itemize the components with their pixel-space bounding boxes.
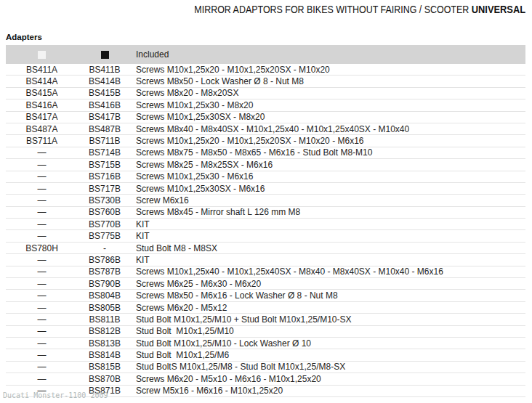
header-col-adapter-a — [6, 51, 78, 59]
adapter-b-cell: - — [78, 243, 132, 253]
included-cell: KIT — [132, 219, 525, 229]
included-cell: Screw M6x16 — [132, 195, 525, 205]
included-cell: KIT — [132, 255, 525, 265]
adapter-b-cell: BS416B — [78, 100, 132, 110]
included-cell: Screws M10x1,25x20 - M10x1,25x20SX - M10… — [132, 65, 525, 75]
adapter-b-cell: BS760B — [78, 207, 132, 217]
included-cell: Stud BoltS M10x1,25/M8 - Stud Bolt M10x1… — [132, 362, 525, 372]
adapter-b-cell: BS815B — [78, 362, 132, 372]
included-cell: Screws M8x50 - Lock Washer Ø 8 - Nut M8 — [132, 76, 525, 86]
adapter-a-cell: — — [6, 184, 78, 194]
included-cell: Screws M10x1,25x30 - M6x16 — [132, 171, 525, 182]
adapter-a-cell: BS415A — [6, 88, 78, 98]
adapter-a-cell: — — [6, 231, 78, 241]
adapter-a-cell: BS487A — [6, 124, 78, 134]
adapter-a-cell: — — [6, 362, 78, 372]
table-row: — BS716B Screws M10x1,25x30 - M6x16 — [6, 171, 525, 183]
adapter-b-cell: BS805B — [78, 303, 132, 313]
adapter-b-cell: BS870B — [78, 374, 132, 384]
table-row: BS780H - Stud Bolt M8 - M8SX — [6, 243, 525, 254]
adapter-b-cell: BS415B — [78, 88, 132, 98]
adapter-a-cell: — — [6, 350, 78, 360]
table-row: — BS870B Screws M6x20 - M5x10 - M6x16 - … — [6, 373, 525, 385]
adapter-b-cell: BS715B — [78, 160, 132, 170]
header-col-included: Included — [132, 49, 525, 60]
adapter-b-cell: BS770B — [78, 219, 132, 229]
adapter-a-cell: — — [6, 338, 78, 349]
adapter-a-cell: BS711A — [6, 136, 78, 146]
adapter-a-cell: — — [6, 266, 78, 277]
table-row: — BS775B KIT — [6, 230, 525, 242]
table-row: — BS804B Screws M8x50 - M6x16 - Lock Was… — [6, 290, 525, 301]
table-row: — BS813B Stud Bolt M10x1,25/M10 - Lock W… — [6, 338, 525, 349]
adapter-a-cell: BS417A — [6, 112, 78, 122]
table-row: BS487A BS487B Screws M8x40 - M8x40SX - M… — [6, 123, 525, 135]
adapter-a-cell: — — [6, 279, 78, 289]
adapter-b-cell: BS804B — [78, 290, 132, 301]
adapter-b-cell: BS730B — [78, 195, 132, 205]
adapter-b-cell: BS786B — [78, 255, 132, 265]
included-cell: Screws M8x50 - M6x16 - Lock Washer Ø 8 -… — [132, 290, 525, 301]
adapter-a-cell: — — [6, 290, 78, 301]
adapter-b-cell: BS716B — [78, 171, 132, 182]
included-cell: Screw M5x16 - M6x16 - M10x1,25x20 — [132, 386, 525, 396]
table-row: — BS815B Stud BoltS M10x1,25/M8 - Stud B… — [6, 362, 525, 373]
table-row: — BS730B Screw M6x16 — [6, 195, 525, 206]
table-row: — BS811B Stud Bolt M10x1,25/M10 + Stud B… — [6, 314, 525, 325]
included-cell: Screws M8x25 - M8x25SX - M6x16 — [132, 160, 525, 170]
adapter-b-cell: BS711B — [78, 136, 132, 146]
included-cell: Screws M10x1,25x40 - M10x1,25x40SX - M8x… — [132, 266, 525, 277]
table-row: BS411A BS411B Screws M10x1,25x20 - M10x1… — [6, 64, 525, 76]
included-cell: Stud Bolt M8 - M8SX — [132, 243, 525, 253]
table-row: — BS805B Screws M6x20 - M5x12 — [6, 302, 525, 314]
table-row: — BS717B Screws M10x1,25x30SX - M6x16 — [6, 183, 525, 195]
adapter-b-cell: BS417B — [78, 112, 132, 122]
adapter-b-cell: BS714B — [78, 147, 132, 158]
table-row: BS711A BS711B Screws M10x1,25x20 - M10x1… — [6, 135, 525, 147]
included-cell: Screws M8x40 - M8x40SX - M10x1,25x40 - M… — [132, 124, 525, 134]
black-square-icon — [101, 51, 109, 59]
included-cell: Screws M8x20 - M8x20SX — [132, 88, 525, 98]
adapter-b-cell: BS812B — [78, 326, 132, 336]
included-cell: Stud Bolt M10x1,25/M10 — [132, 326, 525, 336]
table-row: — BS814B Stud Bolt M10x1,25/M6 — [6, 349, 525, 361]
included-cell: Stud Bolt M10x1,25/M10 - Lock Washer Ø 1… — [132, 338, 525, 349]
adapter-a-cell: — — [6, 374, 78, 384]
adapter-b-cell: BS411B — [78, 65, 132, 75]
adapter-a-cell: BS416A — [6, 100, 78, 110]
adapters-section-label: Adapters — [6, 33, 42, 41]
white-square-icon — [38, 51, 46, 59]
table-row: — BS790B Screws M6x25 - M6x30 - M6x20 — [6, 278, 525, 290]
adapter-b-cell: BS787B — [78, 266, 132, 277]
adapter-a-cell: BS414A — [6, 76, 78, 86]
adapter-b-cell: BS487B — [78, 124, 132, 134]
adapter-b-cell: BS790B — [78, 279, 132, 289]
table-row: — BS812B Stud Bolt M10x1,25/M10 — [6, 326, 525, 338]
table-row: BS416A BS416B Screws M10x1,25x30 - M8x20 — [6, 99, 525, 111]
page-title-main: MIRROR ADAPTORS FOR BIKES WITHOUT FAIRIN… — [194, 3, 469, 15]
adapter-a-cell: — — [6, 195, 78, 205]
included-cell: Screws M8x45 - Mirror shaft L 126 mm M8 — [132, 207, 525, 217]
page-title-emphasis: UNIVERSAL — [472, 3, 525, 15]
adapter-a-cell: — — [6, 219, 78, 229]
adapter-a-cell: — — [6, 207, 78, 217]
adapter-a-cell: — — [6, 255, 78, 265]
table-row: BS414A BS414B Screws M8x50 - Lock Washer… — [6, 76, 525, 87]
included-cell: Screws M8x75 - M8x50 - M8x65 - M6x16 - S… — [132, 147, 525, 158]
watermark-text: Ducati Monster-1100 2009 — [3, 391, 108, 399]
adapter-a-cell: BS411A — [6, 65, 78, 75]
adapter-a-cell: — — [6, 171, 78, 182]
included-cell: Screws M6x20 - M5x10 - M6x16 - M10x1,25x… — [132, 374, 525, 384]
table-row: BS415A BS415B Screws M8x20 - M8x20SX — [6, 88, 525, 99]
adapter-b-cell: BS814B — [78, 350, 132, 360]
adapter-b-cell: BS775B — [78, 231, 132, 241]
adapter-a-cell: BS780H — [6, 243, 78, 253]
adapter-a-cell: — — [6, 303, 78, 313]
adapter-a-cell: — — [6, 160, 78, 170]
included-cell: Screws M6x25 - M6x30 - M6x20 — [132, 279, 525, 289]
adapter-a-cell: — — [6, 147, 78, 158]
table-row: — BS786B KIT — [6, 254, 525, 266]
included-cell: Screws M6x20 - M5x12 — [132, 303, 525, 313]
included-cell: Screws M10x1,25x30 - M8x20 — [132, 100, 525, 110]
adapters-table: Included BS411A BS411B Screws M10x1,25x2… — [6, 45, 525, 397]
